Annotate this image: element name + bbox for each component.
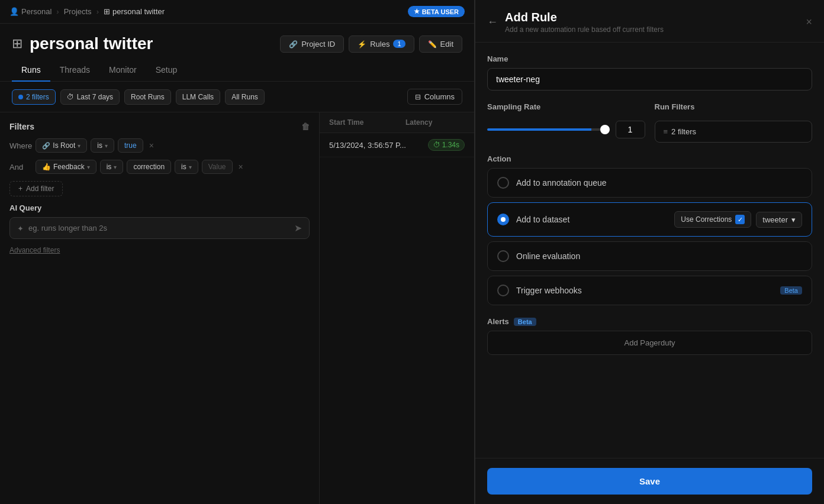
alerts-section: Alerts Beta Add Pagerduty [487,317,812,355]
alerts-label: Alerts Beta [487,317,812,326]
right-panel-body: Name Sampling Rate 1 Run Filters 2 filte… [475,43,824,458]
filters-panel: Filters 🗑 Where Is Root is true [0,112,320,504]
filter-dot [18,95,23,99]
webhooks-beta-badge: Beta [780,286,802,295]
action-dataset-controls: Use Corrections tweeter [674,211,802,228]
field-icon-1 [42,141,50,150]
action-evaluation-label: Online evaluation [516,251,802,261]
add-pagerduty-button[interactable]: Add Pagerduty [487,331,812,355]
root-runs-chip[interactable]: Root Runs [124,89,171,105]
sampling-rate-group: Sampling Rate 1 [487,102,645,138]
feedback-correction-value: correction [127,160,171,174]
header-actions: Project ID Rules 1 Edit [280,35,462,53]
tab-setup[interactable]: Setup [146,59,187,82]
chevron-icon-op3 [189,164,192,170]
col-header-start-time: Start Time [329,118,394,127]
nav-sep-2: › [96,7,99,16]
radio-dataset [497,214,509,225]
all-runs-chip[interactable]: All Runs [225,89,265,105]
nav-org[interactable]: 👤 Personal [9,7,52,16]
tab-monitor[interactable]: Monitor [99,59,146,82]
action-webhooks-label: Trigger webhooks [516,286,773,295]
clock-icon [67,93,74,101]
name-input[interactable] [487,68,812,91]
panel-title-area: Add Rule Add a new automation rule based… [505,11,799,34]
save-button[interactable]: Save [487,468,812,495]
dataset-chevron-icon [791,215,796,224]
filter-eq-icon [664,127,668,136]
edit-button[interactable]: Edit [419,35,462,53]
advanced-filters-link[interactable]: Advanced filters [9,246,310,254]
llm-calls-chip[interactable]: LLM Calls [176,89,220,105]
nav-projects[interactable]: Projects [64,7,92,16]
name-field-group: Name [487,54,812,91]
filters-header: Filters 🗑 [9,122,310,131]
use-corrections-button[interactable]: Use Corrections [674,211,751,228]
ai-query-input-container[interactable] [9,217,310,239]
table-row[interactable]: 5/13/2024, 3:56:57 P... ⏱ 1.34s [320,133,474,157]
page-title: personal twitter [30,34,273,53]
field-icon-2 [42,163,51,171]
wand-icon [17,224,24,233]
send-icon[interactable] [294,222,302,234]
trash-icon[interactable]: 🗑 [301,122,310,131]
is-op-pill-3[interactable]: is [175,160,198,174]
and-label: And [9,163,32,172]
rules-icon [358,40,366,49]
user-icon: 👤 [9,7,19,16]
back-button[interactable] [487,16,498,28]
beta-badge: ★ BETA USER [408,6,465,17]
alerts-beta-badge: Beta [514,318,536,326]
clock-icon-row: ⏱ [433,141,440,149]
last-7-days-chip[interactable]: Last 7 days [60,89,120,105]
is-root-value[interactable]: true [118,138,143,153]
radio-annotation [497,177,509,189]
tab-threads[interactable]: Threads [50,59,99,82]
latency-badge: ⏱ 1.34s [428,139,465,151]
main-content: Filters 🗑 Where Is Root is true [0,112,474,504]
action-annotation[interactable]: Add to annotation queue [487,168,812,198]
filters-chip[interactable]: 2 filters [12,89,56,105]
action-dataset[interactable]: Add to dataset Use Corrections tweeter [487,202,812,237]
feedback-field-pill[interactable]: Feedback [36,160,96,174]
is-root-field-pill[interactable]: Is Root [36,138,87,153]
tab-runs[interactable]: Runs [12,59,50,82]
is-op-pill-2[interactable]: is [100,160,124,174]
sampling-rate-slider[interactable] [487,128,610,131]
chevron-icon-1 [78,143,81,149]
project-id-button[interactable]: Project ID [280,35,344,53]
where-label: Where [9,141,32,150]
row-latency: ⏱ 1.34s [428,139,465,151]
filter-row-1: Where Is Root is true [9,138,310,153]
action-webhooks[interactable]: Trigger webhooks Beta [487,276,812,305]
chevron-icon-op2 [114,164,117,170]
right-panel: Add Rule Add a new automation rule based… [475,0,824,504]
run-filters-label: Run Filters [655,102,813,111]
radio-webhooks [497,285,509,296]
add-filter-button[interactable]: Add filter [9,181,63,196]
ai-query-label: AI Query [9,203,310,212]
top-nav: 👤 Personal › Projects › ⊞ personal twitt… [0,0,474,24]
run-filters-button[interactable]: 2 filters [655,121,813,143]
ai-query-text-input[interactable] [28,224,289,232]
filters-title: Filters [9,122,34,131]
close-panel-button[interactable] [806,16,812,28]
table-header: Start Time Latency [320,112,474,133]
columns-icon [415,92,421,101]
rules-button[interactable]: Rules 1 [349,35,414,53]
panel-title: Add Rule [505,11,799,24]
is-op-pill-1[interactable]: is [91,138,114,153]
columns-button[interactable]: Columns [407,89,462,105]
save-row: Save [475,458,824,504]
rules-count-badge: 1 [393,40,405,48]
filter-close-1[interactable] [147,140,156,151]
check-icon [738,216,743,224]
feedback-value-pill[interactable]: Value [202,160,233,174]
filter-close-2[interactable] [236,161,246,173]
nav-project[interactable]: ⊞ personal twitter [104,7,165,16]
action-evaluation[interactable]: Online evaluation [487,241,812,271]
row-start-time: 5/13/2024, 3:56:57 P... [329,141,416,150]
dataset-select[interactable]: tweeter [756,212,802,228]
project-icon [12,36,22,51]
filter-bar: 2 filters Last 7 days Root Runs LLM Call… [0,82,474,112]
